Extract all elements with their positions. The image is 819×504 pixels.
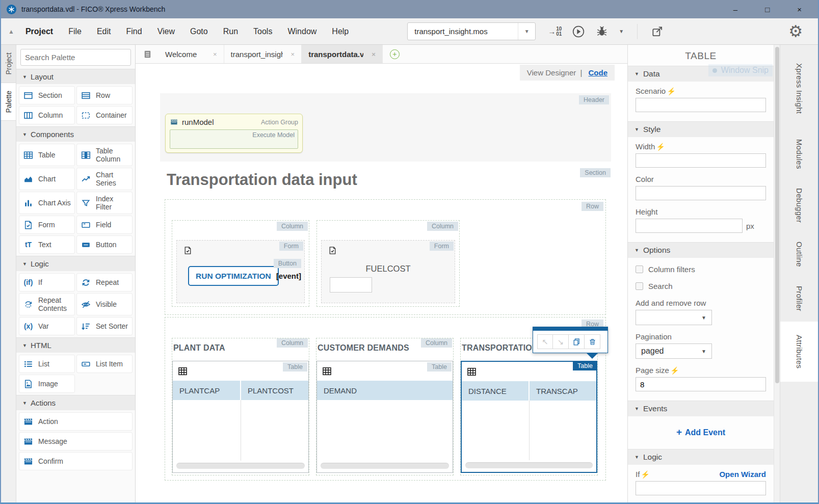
scrollbar-thumb[interactable]: [775, 47, 779, 383]
goto-line-icon[interactable]: → 1001: [548, 26, 562, 37]
close-icon[interactable]: ×: [213, 50, 217, 58]
palette-item-index-filter[interactable]: Index Filter: [76, 192, 133, 214]
delete-button[interactable]: [585, 334, 600, 349]
search-input[interactable]: [25, 53, 126, 62]
plant-data-table[interactable]: Table PLANTCAP PLANTCOST: [172, 361, 309, 473]
side-tab-outline[interactable]: Outline: [780, 233, 818, 276]
menu-file[interactable]: File: [61, 27, 89, 36]
settings-gear-button[interactable]: ⚙: [788, 23, 803, 39]
close-icon[interactable]: ×: [372, 50, 376, 58]
props-section-logic[interactable]: ▼Logic: [628, 449, 774, 465]
palette-item-container[interactable]: Container: [76, 106, 133, 124]
horizontal-scrollbar[interactable]: [176, 463, 305, 469]
minimize-button[interactable]: –: [733, 5, 737, 14]
view-code-link[interactable]: Code: [589, 68, 608, 77]
palette-item-repeat[interactable]: Repeat: [76, 273, 133, 291]
palette-item-form[interactable]: Form: [19, 216, 75, 234]
search-option[interactable]: Search: [636, 282, 766, 290]
props-section-style[interactable]: ▼Style: [628, 121, 774, 137]
run-optimization-button[interactable]: RUN OPTIMIZATION: [188, 266, 279, 286]
side-tab-project[interactable]: Project: [1, 45, 16, 83]
horizontal-scrollbar[interactable]: [321, 463, 449, 469]
props-section-options[interactable]: ▼Options: [628, 242, 774, 258]
side-tab-profiler[interactable]: Profiler: [780, 277, 818, 320]
maximize-button[interactable]: □: [765, 5, 770, 14]
new-tab-button[interactable]: +: [390, 49, 400, 59]
lightning-icon[interactable]: ⚡: [667, 87, 675, 95]
menu-help[interactable]: Help: [324, 27, 356, 36]
side-tab-palette[interactable]: Palette: [1, 83, 16, 121]
run-options-caret-icon[interactable]: ▼: [619, 29, 624, 34]
palette-item-set-sorter[interactable]: Set Sorter: [76, 317, 133, 335]
tab-welcome[interactable]: Welcome×: [158, 45, 224, 63]
side-tab-debugger[interactable]: Debugger: [780, 179, 818, 231]
palette-item-chart[interactable]: Chart: [19, 168, 75, 190]
close-button[interactable]: ×: [797, 5, 802, 14]
run-model-action-group[interactable]: runModel Action Group Execute Model: [165, 114, 303, 153]
tab-transport-insight[interactable]: transport_insight.mos×: [224, 45, 302, 63]
menu-window[interactable]: Window: [280, 27, 324, 36]
vdl-column-customer-demands[interactable]: CUSTOMER DEMANDS Column Table DEMAND: [316, 338, 454, 475]
palette-item-list[interactable]: List: [19, 355, 75, 373]
menu-project[interactable]: Project: [19, 27, 61, 36]
lightning-icon[interactable]: ⚡: [641, 470, 649, 479]
publish-share-button[interactable]: [651, 25, 664, 38]
column-filters-checkbox[interactable]: [636, 266, 643, 273]
palette-item-button[interactable]: Button: [76, 235, 133, 254]
vdl-column-fuelcost[interactable]: Column Form FUELCOST: [316, 220, 460, 307]
side-tab-xpress-insight[interactable]: Xpress Insight: [780, 48, 818, 129]
fuelcost-form[interactable]: Form FUELCOST: [321, 240, 455, 303]
execute-model-action[interactable]: Execute Model: [170, 129, 298, 149]
vdl-column-run[interactable]: Column Form Button RUN OPTIMIZATION [eve…: [172, 220, 309, 307]
tab-transportdata[interactable]: transportdata.vdl×: [302, 45, 383, 63]
color-input[interactable]: [636, 186, 766, 200]
palette-item-field[interactable]: Field: [76, 216, 133, 234]
run-form[interactable]: Form Button RUN OPTIMIZATION [event]: [176, 240, 305, 303]
column-filters-option[interactable]: Column filters: [636, 265, 766, 274]
vdl-column-transportation[interactable]: TRANSPORTATION Table DISTANCE TRANSCAP: [460, 338, 598, 475]
palette-item-action[interactable]: Action: [19, 412, 133, 431]
add-event-button[interactable]: +Add Event: [628, 416, 774, 449]
duplicate-button[interactable]: [569, 334, 585, 349]
palette-item-confirm[interactable]: Confirm: [19, 452, 133, 470]
view-designer-label[interactable]: View Designer: [527, 68, 576, 77]
debug-bug-button[interactable]: [595, 25, 609, 38]
width-input[interactable]: [636, 153, 766, 168]
if-input[interactable]: [636, 481, 766, 495]
move-down-right-button[interactable]: ↘: [553, 334, 569, 349]
side-tab-attributes[interactable]: Attributes: [780, 322, 818, 382]
palette-item-image[interactable]: Image: [19, 375, 75, 393]
vdl-header-region[interactable]: Header runModel Action Group Execute Mod…: [160, 93, 611, 162]
lightning-icon[interactable]: ⚡: [656, 143, 665, 151]
pagination-select[interactable]: paged▼: [636, 343, 712, 359]
palette-item-text[interactable]: tTText: [19, 235, 75, 254]
search-checkbox[interactable]: [636, 282, 643, 290]
horizontal-scrollbar[interactable]: [465, 462, 593, 468]
palette-item-table-column[interactable]: Table Column: [76, 144, 133, 166]
vdl-row-forms[interactable]: Row Column Form Button RUN OPTIMIZATION …: [165, 199, 606, 315]
palette-item-column[interactable]: Column: [19, 106, 75, 124]
lightning-icon[interactable]: ⚡: [670, 366, 679, 375]
collapse-toolbar-icon[interactable]: ▲: [8, 28, 14, 35]
palette-section-components[interactable]: ▼Components: [16, 126, 135, 142]
palette-item-if[interactable]: (if)If: [19, 273, 75, 291]
palette-section-html[interactable]: ▼HTML: [16, 337, 135, 353]
palette-section-actions[interactable]: ▼Actions: [16, 395, 135, 410]
menu-tools[interactable]: Tools: [246, 27, 280, 36]
palette-section-logic[interactable]: ▼Logic: [16, 256, 135, 271]
menu-view[interactable]: View: [150, 27, 182, 36]
palette-item-list-item[interactable]: List Item: [76, 355, 133, 373]
palette-item-var[interactable]: (x)Var: [19, 317, 75, 335]
palette-item-chart-axis[interactable]: Chart Axis: [19, 192, 75, 214]
fuelcost-input[interactable]: [330, 277, 372, 293]
run-target-combobox[interactable]: transport_insight.mos ▼: [407, 22, 536, 40]
customer-demands-table[interactable]: Table DEMAND: [316, 361, 453, 473]
palette-item-chart-series[interactable]: Chart Series: [76, 168, 133, 190]
properties-scrollbar[interactable]: [774, 45, 780, 502]
run-play-button[interactable]: [572, 25, 585, 38]
menu-edit[interactable]: Edit: [89, 27, 119, 36]
scenario-input[interactable]: [636, 98, 766, 112]
move-up-left-button[interactable]: ↖: [537, 334, 553, 349]
palette-section-layout[interactable]: ▼Layout: [16, 69, 135, 84]
page-size-input[interactable]: [636, 377, 766, 391]
